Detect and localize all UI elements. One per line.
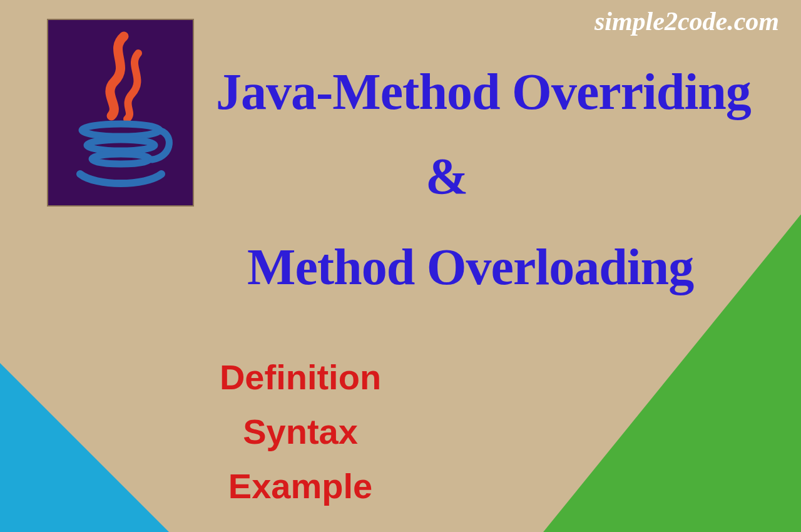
site-watermark: simple2code.com	[594, 6, 779, 36]
svg-point-1	[87, 140, 155, 151]
svg-point-0	[82, 124, 160, 136]
subtopic-definition: Definition	[181, 350, 419, 405]
svg-point-2	[92, 154, 150, 164]
title-ampersand: &	[426, 147, 468, 206]
subtopic-list: Definition Syntax Example	[181, 350, 419, 513]
title-line-1: Java-Method Overriding	[216, 63, 751, 121]
java-logo-box	[47, 19, 194, 207]
java-logo-icon	[64, 31, 177, 194]
decorative-triangle-blue	[0, 357, 175, 532]
subtopic-example: Example	[181, 459, 419, 514]
subtopic-syntax: Syntax	[181, 405, 419, 459]
title-line-2: Method Overloading	[247, 238, 693, 297]
